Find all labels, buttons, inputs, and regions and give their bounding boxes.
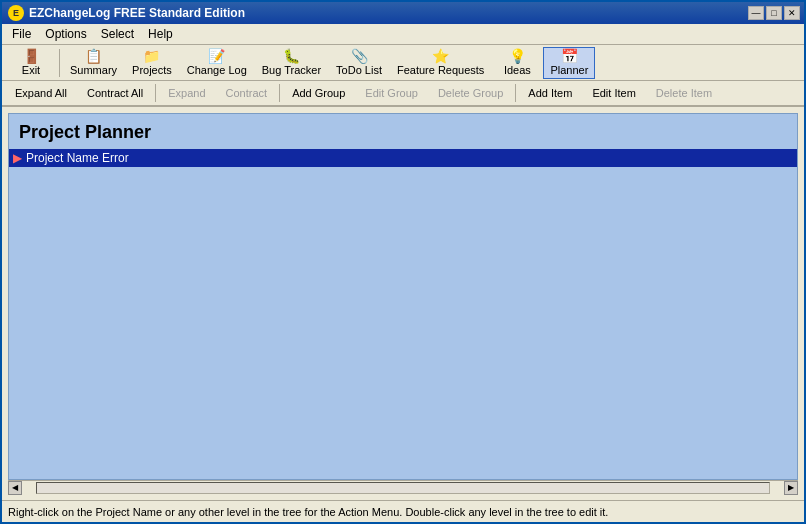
main-toolbar: 🚪 Exit 📋 Summary 📁 Projects 📝 Change Log…	[2, 45, 804, 81]
changelog-label: Change Log	[187, 64, 247, 76]
featurerequests-button[interactable]: ⭐ Feature Requests	[390, 47, 491, 79]
ideas-button[interactable]: 💡 Ideas	[492, 47, 542, 79]
delete-group-button[interactable]: Delete Group	[429, 83, 512, 103]
exit-button[interactable]: 🚪 Exit	[6, 47, 56, 79]
menu-select[interactable]: Select	[95, 26, 140, 42]
expand-all-button[interactable]: Expand All	[6, 83, 76, 103]
delete-item-button[interactable]: Delete Item	[647, 83, 721, 103]
tb2-sep-3	[515, 84, 516, 102]
menu-file[interactable]: File	[6, 26, 37, 42]
secondary-toolbar: Expand All Contract All Expand Contract …	[2, 81, 804, 107]
ideas-icon: 💡	[509, 49, 526, 63]
status-text: Right-click on the Project Name or any o…	[8, 506, 608, 518]
featurerequests-label: Feature Requests	[397, 64, 484, 76]
planner-label: Planner	[550, 64, 588, 76]
tb2-sep-2	[279, 84, 280, 102]
todolist-icon: 📎	[351, 49, 368, 63]
bugtracker-button[interactable]: 🐛 Bug Tracker	[255, 47, 328, 79]
edit-group-button[interactable]: Edit Group	[356, 83, 427, 103]
toolbar-sep-1	[59, 49, 60, 77]
contract-button[interactable]: Contract	[217, 83, 277, 103]
minimize-button[interactable]: —	[748, 6, 764, 20]
planner-panel: Project Planner ▶ Project Name Error	[8, 113, 798, 480]
add-item-button[interactable]: Add Item	[519, 83, 581, 103]
bugtracker-label: Bug Tracker	[262, 64, 321, 76]
bugtracker-icon: 🐛	[283, 49, 300, 63]
scroll-track[interactable]	[36, 482, 770, 494]
projects-button[interactable]: 📁 Projects	[125, 47, 179, 79]
menu-options[interactable]: Options	[39, 26, 92, 42]
exit-label: Exit	[22, 64, 40, 76]
tb2-sep-1	[155, 84, 156, 102]
menu-help[interactable]: Help	[142, 26, 179, 42]
projects-label: Projects	[132, 64, 172, 76]
titlebar-left: E EZChangeLog FREE Standard Edition	[8, 5, 245, 21]
menubar: File Options Select Help	[2, 24, 804, 45]
featurerequests-icon: ⭐	[432, 49, 449, 63]
summary-icon: 📋	[85, 49, 102, 63]
summary-button[interactable]: 📋 Summary	[63, 47, 124, 79]
todolist-label: ToDo List	[336, 64, 382, 76]
todolist-button[interactable]: 📎 ToDo List	[329, 47, 389, 79]
maximize-button[interactable]: □	[766, 6, 782, 20]
titlebar: E EZChangeLog FREE Standard Edition — □ …	[2, 2, 804, 24]
main-content: Project Planner ▶ Project Name Error ◀ ▶	[2, 107, 804, 500]
ideas-label: Ideas	[504, 64, 531, 76]
app-icon: E	[8, 5, 24, 21]
tree-row[interactable]: ▶ Project Name Error	[9, 149, 797, 167]
changelog-icon: 📝	[208, 49, 225, 63]
statusbar: Right-click on the Project Name or any o…	[2, 500, 804, 522]
expand-button[interactable]: Expand	[159, 83, 214, 103]
scroll-right-button[interactable]: ▶	[784, 481, 798, 495]
main-window: E EZChangeLog FREE Standard Edition — □ …	[0, 0, 806, 524]
planner-button[interactable]: 📅 Planner	[543, 47, 595, 79]
contract-all-button[interactable]: Contract All	[78, 83, 152, 103]
planner-icon: 📅	[561, 49, 578, 63]
edit-item-button[interactable]: Edit Item	[583, 83, 644, 103]
horizontal-scrollbar[interactable]: ◀ ▶	[8, 480, 798, 494]
exit-icon: 🚪	[23, 49, 40, 63]
close-button[interactable]: ✕	[784, 6, 800, 20]
add-group-button[interactable]: Add Group	[283, 83, 354, 103]
projects-icon: 📁	[143, 49, 160, 63]
panel-title: Project Planner	[9, 114, 797, 149]
tree-area[interactable]: ▶ Project Name Error	[9, 149, 797, 479]
window-title: EZChangeLog FREE Standard Edition	[29, 6, 245, 20]
tree-row-label: Project Name Error	[26, 151, 129, 165]
tree-row-expand-icon: ▶	[13, 151, 22, 165]
changelog-button[interactable]: 📝 Change Log	[180, 47, 254, 79]
summary-label: Summary	[70, 64, 117, 76]
scroll-left-button[interactable]: ◀	[8, 481, 22, 495]
titlebar-controls: — □ ✕	[748, 6, 800, 20]
